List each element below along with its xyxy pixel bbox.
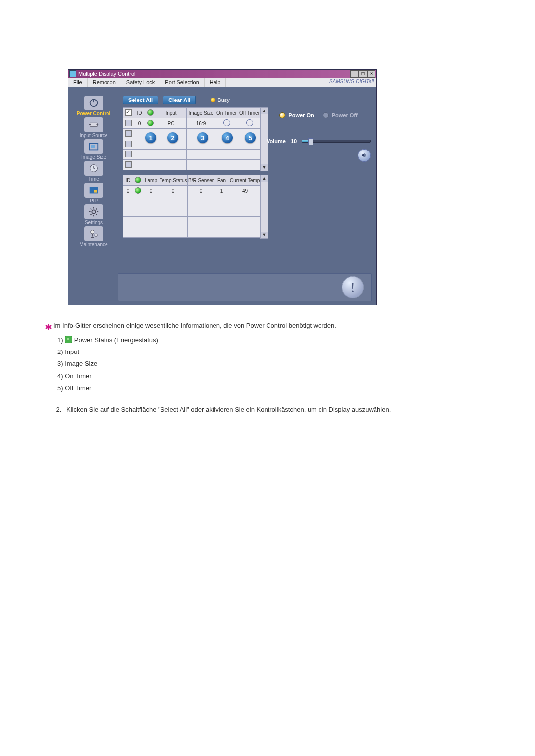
grid-row[interactable] — [123, 206, 261, 217]
menu-remocon[interactable]: Remocon — [88, 78, 121, 87]
menu-bar: File Remocon Safety Lock Port Selection … — [68, 78, 376, 87]
maintenance-icon — [84, 226, 103, 241]
cell-fan: 1 — [214, 186, 229, 196]
sidebar-item-maintenance[interactable]: Maintenance — [74, 226, 113, 247]
row-checkbox[interactable] — [125, 120, 132, 126]
legend-list: 1) Power Status (Energiestatus) 2) Input… — [57, 335, 490, 393]
col-id: ID — [123, 175, 133, 186]
sidebar: Power Control Input Source Image Size — [71, 96, 116, 247]
menu-help[interactable]: Help — [205, 78, 226, 87]
right-panel: Power On Power Off Volume 10 — [267, 112, 371, 162]
legend-item: 1) Power Status (Energiestatus) — [57, 335, 490, 345]
scroll-up-icon[interactable]: ▲ — [261, 175, 268, 182]
col-input: Input — [156, 108, 187, 118]
pip-icon — [84, 183, 103, 198]
menu-port-selection[interactable]: Port Selection — [160, 78, 204, 87]
busy-dot-icon — [211, 98, 215, 102]
scroll-down-icon[interactable]: ▼ — [261, 232, 268, 238]
legend-item: 2) Input — [57, 347, 490, 357]
brand-label: SAMSUNG DIGITall — [326, 78, 376, 87]
svg-point-9 — [91, 230, 94, 234]
sidebar-item-power-control[interactable]: Power Control — [74, 96, 113, 116]
power-status-icon — [65, 336, 72, 343]
sidebar-label: Maintenance — [79, 242, 107, 247]
busy-label: Busy — [217, 97, 229, 103]
volume-slider[interactable] — [302, 140, 371, 143]
maximize-button[interactable]: □ — [359, 70, 367, 78]
volume-thumb[interactable] — [308, 138, 313, 145]
power-status-icon — [135, 187, 141, 194]
volume-label: Volume — [267, 138, 286, 144]
on-timer-icon — [223, 119, 230, 126]
grid-row[interactable] — [123, 150, 261, 160]
svg-point-8 — [92, 210, 95, 213]
power-off-button[interactable]: Power Off — [323, 112, 358, 118]
volume-value: 10 — [291, 138, 297, 144]
sidebar-item-input-source[interactable]: Input Source — [74, 117, 113, 138]
busy-indicator: Busy — [211, 97, 229, 103]
scroll-down-icon[interactable]: ▼ — [261, 164, 268, 171]
status-strip — [118, 273, 372, 301]
grid-row[interactable]: 0 PC 16:9 — [123, 118, 261, 129]
row-checkbox[interactable] — [125, 141, 132, 147]
grid-scrollbar[interactable]: ▲ ▼ — [260, 175, 268, 239]
grid-row[interactable] — [123, 217, 261, 227]
sidebar-item-image-size[interactable]: Image Size — [74, 139, 113, 160]
select-all-button[interactable]: Select All — [123, 96, 158, 104]
row-checkbox[interactable] — [125, 130, 132, 137]
speaker-button[interactable] — [358, 149, 371, 162]
clear-all-button[interactable]: Clear All — [163, 96, 196, 104]
off-timer-icon — [246, 119, 253, 126]
cell-id: 0 — [123, 186, 133, 196]
svg-rect-4 — [91, 145, 95, 148]
row-checkbox[interactable] — [125, 151, 132, 157]
cell-br: 0 — [188, 186, 214, 196]
menu-file[interactable]: File — [68, 78, 88, 87]
cell-image-size: 16:9 — [187, 118, 215, 129]
input-source-icon — [84, 117, 103, 132]
settings-icon — [84, 204, 103, 219]
window-controls: _ □ × — [350, 70, 375, 78]
sidebar-item-pip[interactable]: PIP — [74, 183, 113, 203]
sidebar-label: Input Source — [80, 133, 108, 138]
legend-item: 4) On Timer — [57, 371, 490, 381]
legend-item: 5) Off Timer — [57, 383, 490, 393]
grid-row[interactable] — [123, 160, 261, 170]
sidebar-item-time[interactable]: Time — [74, 161, 113, 182]
close-button[interactable]: × — [367, 70, 375, 78]
cell-lamp: 0 — [143, 186, 159, 196]
radio-dot-icon — [279, 112, 285, 118]
grid-row[interactable]: 0 0 0 0 1 49 — [123, 186, 261, 196]
col-temp-status: Temp.Status — [159, 175, 188, 186]
minimize-button[interactable]: _ — [350, 70, 359, 78]
col-lamp: Lamp — [143, 175, 159, 186]
col-image-size: Image Size — [187, 108, 215, 118]
grid-row[interactable] — [123, 139, 261, 150]
info-grid-2: ID Lamp Temp.Status B/R Senser Fan Curre… — [123, 175, 261, 238]
row-checkbox[interactable] — [125, 161, 132, 168]
cell-cur-temp: 49 — [229, 186, 261, 196]
sidebar-item-settings[interactable]: Settings — [74, 204, 113, 225]
alert-icon: ! — [342, 276, 364, 298]
volume-row: Volume 10 — [267, 138, 371, 144]
check-all[interactable] — [125, 109, 132, 116]
power-status-icon — [135, 177, 141, 183]
sidebar-label: Settings — [85, 220, 103, 225]
power-on-button[interactable]: Power On — [279, 112, 314, 118]
grid-row[interactable] — [123, 129, 261, 139]
col-br-senser: B/R Senser — [188, 175, 214, 186]
window-title: Multiple Display Control — [78, 71, 136, 77]
sidebar-label: Time — [88, 176, 99, 182]
power-status-icon — [147, 120, 154, 126]
title-bar: Multiple Display Control _ □ × — [68, 70, 376, 78]
grid-row[interactable] — [123, 196, 261, 206]
menu-safety-lock[interactable]: Safety Lock — [121, 78, 160, 87]
grid-row[interactable] — [123, 227, 261, 238]
cell-input: PC — [156, 118, 187, 129]
cell-temp-status: 0 — [159, 186, 188, 196]
time-icon — [84, 161, 103, 176]
svg-rect-7 — [94, 190, 97, 193]
col-current-temp: Current Temp. — [229, 175, 261, 186]
radio-dot-icon — [323, 112, 329, 118]
doc-text: ✱ Im Info-Gitter erscheinen einige wesen… — [45, 321, 490, 415]
